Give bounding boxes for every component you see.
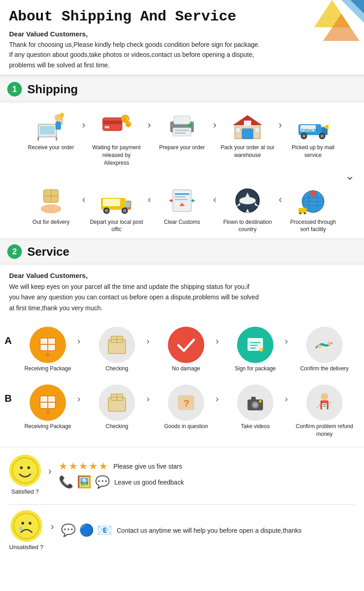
svc-a-arrow3: ›: [216, 327, 226, 346]
svg-point-92: [328, 342, 331, 345]
svc-b-step4-label: Take videos: [241, 423, 269, 430]
arrow8: ›: [275, 185, 286, 206]
svc-b-step5: Confirm problem refund money: [295, 384, 354, 438]
step8-label: Clear Customs: [164, 218, 200, 233]
satisfied-emoji: [9, 455, 41, 486]
service-line1: We will keep eyes on your parcel all the…: [9, 282, 355, 293]
email-icon: 📧: [97, 523, 112, 537]
shipping-step-9: Flown to destination country: [220, 185, 275, 234]
svc-a-step3-label: No damage: [172, 365, 200, 373]
service-line3: at first time,thank you very much.: [9, 303, 355, 314]
svc-b-step4: Take videos: [226, 384, 285, 430]
shipping-flow-section: Receive your order › $ $ Waiting for pay…: [0, 103, 364, 238]
sort-facility-icon: [295, 185, 331, 217]
contact-icons: 💬 🔵 📧: [61, 523, 112, 537]
contact-line: 💬 🔵 📧 Contact us anytime we will help yo…: [61, 523, 301, 537]
arrow2: ›: [144, 110, 155, 131]
step4-label: Pack your order at our warehouse: [220, 144, 275, 159]
svg-point-50: [123, 209, 126, 212]
svg-marker-61: [192, 199, 195, 202]
receive-order-icon: [33, 110, 69, 142]
svc-a-step1: Receiving Package: [18, 327, 77, 373]
svg-rect-52: [126, 202, 130, 207]
prepare-icon: [164, 110, 200, 142]
stars-icon: ★★★★★: [59, 460, 109, 472]
svg-line-113: [317, 404, 320, 409]
step5-label: Picked up by mail service: [286, 144, 340, 159]
arrow3: ›: [209, 110, 220, 131]
svc-a-step3-icon: [168, 327, 204, 363]
svg-point-75: [299, 212, 301, 214]
svc-a-step4-icon: [237, 327, 273, 363]
svc-b-step5-icon: [306, 384, 343, 421]
warehouse-icon: [229, 110, 266, 142]
svg-rect-20: [174, 116, 190, 124]
svg-text:$: $: [127, 122, 129, 127]
svc-b-step2: Checking: [87, 384, 147, 430]
svg-rect-44: [41, 206, 61, 212]
feedback-line: 📞 🖼️ 💬 Leave us good feedback: [59, 475, 184, 489]
service-row-a: A Receiving Package ›: [5, 327, 359, 373]
satisfied-emoji-wrap: Satisfied ?: [9, 455, 41, 495]
svc-a-step5-label: Confirm the delivery: [300, 365, 349, 373]
arrow5: ›: [78, 185, 89, 206]
svc-a-step1-icon: [30, 327, 66, 363]
satisfied-content: ★★★★★ Please give us five stars 📞 🖼️ 💬 L…: [59, 460, 184, 489]
divider: [9, 504, 355, 505]
feedback-text: Leave us good feedback: [114, 479, 184, 486]
svg-rect-23: [175, 132, 186, 134]
row-b-label: B: [5, 384, 18, 404]
arrow7: ›: [209, 185, 220, 206]
svg-line-114: [329, 401, 331, 404]
arrow4: ›: [275, 110, 286, 131]
svg-rect-111: [323, 404, 326, 405]
feedback-section: Satisfied ? › ★★★★★ Please give us five …: [0, 447, 364, 567]
svg-point-119: [21, 522, 24, 525]
svg-point-34: [302, 134, 306, 138]
svc-a-step2-label: Checking: [106, 365, 128, 373]
svc-b-step2-label: Checking: [106, 423, 128, 430]
service-line2: you have any question you can contact us…: [9, 292, 355, 303]
header-dear: Dear Valued Customers,: [9, 29, 355, 40]
customs-icon: [164, 185, 200, 217]
shipping-section-num: 1: [7, 82, 22, 96]
svc-a-step3: No damage: [157, 327, 216, 373]
satisfied-row: Satisfied ? › ★★★★★ Please give us five …: [9, 455, 355, 495]
svc-a-step1-label: Receiving Package: [25, 365, 71, 373]
unsatisfied-arrow: ›: [51, 521, 54, 540]
svg-rect-54: [175, 193, 189, 195]
svg-rect-56: [175, 199, 187, 200]
satisfied-label: Satisfied ?: [11, 488, 39, 495]
svc-b-arrow4: ›: [285, 384, 295, 404]
unsatisfied-content: 💬 🔵 📧 Contact us anytime we will help yo…: [61, 523, 301, 537]
svg-rect-29: [236, 128, 240, 132]
shipping-row1: Receive your order › $ $ Waiting for pay…: [5, 110, 359, 167]
svg-text:$: $: [123, 116, 126, 122]
shipping-step-6: Out for delivery: [24, 185, 78, 233]
page-title: About Shipping And Service: [9, 8, 355, 25]
svg-rect-28: [244, 121, 251, 126]
service-dear: Dear Valued Customers,: [9, 270, 355, 282]
svg-point-48: [105, 209, 108, 212]
svg-rect-55: [175, 196, 186, 197]
svg-text:Follow Me: Follow Me: [301, 128, 319, 132]
svg-rect-112: [323, 406, 326, 407]
svg-point-107: [259, 400, 262, 403]
svg-rect-74: [298, 208, 307, 213]
header-line2: If any question about goods,take photos …: [9, 50, 355, 60]
shipping-step-3: Prepare your order: [155, 110, 209, 158]
svg-point-108: [321, 393, 328, 400]
local-post-icon: [98, 185, 135, 217]
satisfied-arrow: ›: [48, 465, 51, 485]
svg-rect-21: [173, 128, 191, 136]
svg-rect-22: [175, 130, 189, 131]
svg-rect-27: [242, 129, 253, 139]
row-a-label: A: [5, 327, 18, 347]
step6-label: Out for delivery: [32, 218, 69, 233]
five-stars-line: ★★★★★ Please give us five stars: [59, 460, 184, 472]
shipping-step-2: $ $ Waiting for payment released by Alie…: [89, 110, 144, 167]
service-row-b: B Receiving Package ›: [5, 384, 359, 438]
flight-icon: [229, 185, 266, 217]
shipping-step-5: Follow Me Picked up by mail service: [286, 110, 340, 159]
svg-rect-106: [251, 397, 256, 400]
